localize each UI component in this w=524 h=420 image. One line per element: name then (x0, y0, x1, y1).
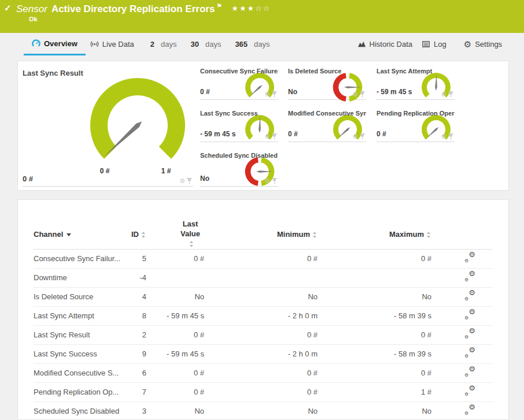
channel-minimum: 0 # (204, 388, 318, 396)
gauge-tile: Last Sync Attempt- 59 m 45 s⚙ (377, 65, 455, 100)
channel-last-value: 0 # (146, 254, 204, 263)
channel-id: 6 (120, 369, 146, 377)
channel-last-value: 0 # (146, 369, 204, 377)
pin-icon[interactable] (272, 178, 277, 184)
pin-icon[interactable] (360, 133, 365, 140)
channel-last-value: - 59 m 45 s (146, 311, 204, 320)
gear-icon[interactable]: ⚙ (352, 91, 358, 98)
gauge-title: Last Sync Attempt (377, 68, 455, 75)
gauge-icon (32, 39, 40, 48)
channel-maximum: 1 # (318, 388, 431, 396)
tab-label: Settings (475, 40, 502, 49)
gauge-title: Last Sync Success (200, 110, 278, 117)
gauge-title: Is Deleted Source (288, 68, 366, 75)
tab-overview[interactable]: Overview (24, 33, 86, 55)
channel-name[interactable]: Downtime (34, 273, 120, 282)
gauge-max-label: 1 # (153, 167, 179, 175)
channel-id: 4 (120, 292, 146, 301)
channel-id: 5 (120, 254, 146, 263)
gear-small-icon: ⚙ (464, 335, 468, 340)
gear-icon: ⚙ (468, 289, 475, 296)
priority-stars[interactable]: ★★★☆☆ (231, 4, 271, 13)
table-row: Scheduled Sync Disabled3NoNoNo⚙⚙ (34, 402, 493, 420)
tab-log[interactable]: Log (422, 33, 446, 55)
gear-icon[interactable]: ⚙ (264, 133, 270, 140)
tab-live-data[interactable]: Live Data (83, 33, 141, 55)
channel-minimum: - 2 h 0 m (204, 350, 318, 358)
gear-icon[interactable]: ⚙ (441, 91, 446, 98)
channel-name[interactable]: Modified Consecutive S... (34, 369, 120, 377)
tab-number: 30 (190, 40, 198, 49)
flag-icon[interactable]: ⚑ (216, 2, 222, 9)
pin-icon[interactable] (448, 133, 453, 140)
channel-settings-icon[interactable]: ⚙⚙ (465, 310, 475, 319)
channel-name[interactable]: Consecutive Sync Failur... (34, 254, 120, 263)
table-row: Last Sync Result20 #0 #0 #⚙⚙ (34, 326, 493, 345)
sensor-header: ✓ SensorActive Directory Replication Err… (0, 0, 524, 33)
channel-name[interactable]: Is Deleted Source (34, 292, 120, 301)
pin-icon[interactable] (272, 91, 277, 98)
channel-settings-icon[interactable]: ⚙⚙ (465, 367, 475, 377)
channel-name[interactable]: Last Sync Success (34, 350, 120, 358)
table-row: Is Deleted Source4NoNoNo⚙⚙ (34, 288, 493, 307)
pin-icon[interactable] (187, 178, 192, 184)
gear-icon[interactable]: ⚙ (179, 178, 185, 184)
column-header-channel[interactable]: Channel (34, 230, 120, 239)
gear-icon[interactable]: ⚙ (441, 133, 446, 140)
tab-label: Log (434, 40, 446, 49)
gear-small-icon: ⚙ (464, 316, 468, 321)
channel-name[interactable]: Last Sync Result (34, 330, 120, 339)
channel-last-value: No (146, 292, 204, 301)
tab-365-days[interactable]: 365days (231, 33, 273, 55)
tab-settings[interactable]: ⚙ Settings (464, 33, 502, 55)
status-badge: Ok (29, 16, 38, 23)
sort-icon (141, 232, 146, 238)
gauge-tile: Is Deleted SourceNo⚙ (288, 65, 366, 100)
log-icon (422, 40, 430, 49)
tab-label: days (205, 40, 221, 49)
pin-icon[interactable] (360, 91, 365, 98)
channel-settings-icon[interactable]: ⚙⚙ (465, 386, 475, 396)
tab-historic-data[interactable]: Historic Data (357, 33, 412, 55)
column-header-minimum[interactable]: Minimum (204, 230, 318, 239)
gauge-value: 0 # (200, 88, 210, 96)
gear-icon: ⚙ (468, 365, 475, 373)
channel-name[interactable]: Last Sync Attempt (34, 311, 120, 320)
tab-2-days[interactable]: 2days (147, 33, 180, 55)
column-header-id[interactable]: ID (120, 230, 146, 239)
channel-settings-icon[interactable]: ⚙⚙ (465, 291, 475, 300)
table-row: Pending Replication Op...70 #0 #1 #⚙⚙ (34, 383, 493, 402)
gear-icon[interactable]: ⚙ (352, 133, 358, 140)
channel-settings-icon[interactable]: ⚙⚙ (465, 348, 475, 358)
sort-icon (189, 241, 194, 247)
sensor-kind-label: Sensor (16, 3, 47, 14)
gear-icon[interactable]: ⚙ (264, 178, 270, 184)
channel-settings-icon[interactable]: ⚙⚙ (465, 329, 475, 339)
sort-desc-icon (67, 233, 71, 236)
channel-last-value: - 59 m 45 s (146, 350, 204, 358)
channel-maximum: - 58 m 39 s (318, 350, 431, 358)
channel-maximum: - 58 m 39 s (318, 311, 431, 320)
channel-name[interactable]: Pending Replication Op... (34, 388, 120, 396)
channel-id: 8 (120, 311, 146, 320)
gear-small-icon: ⚙ (464, 373, 468, 378)
column-header-last-value[interactable]: Last Value (146, 220, 204, 249)
channel-name[interactable]: Scheduled Sync Disabled (34, 407, 120, 415)
gear-icon[interactable]: ⚙ (264, 91, 270, 98)
channel-settings-icon[interactable]: ⚙⚙ (465, 406, 475, 415)
column-label: Last Value (180, 220, 200, 238)
column-header-maximum[interactable]: Maximum (318, 230, 431, 239)
channel-settings-icon[interactable]: ⚙⚙ (465, 272, 475, 281)
gear-small-icon: ⚙ (464, 297, 468, 302)
gauge-tile: Pending Replication Operatio...0 #⚙ (377, 107, 455, 142)
tab-30-days[interactable]: 30days (187, 33, 224, 55)
gauge-needle (338, 127, 350, 138)
channel-settings-icon[interactable]: ⚙⚙ (465, 253, 475, 262)
page-title: Active Directory Replication Errors (51, 3, 215, 14)
status-check-icon: ✓ (4, 3, 12, 13)
pin-icon[interactable] (448, 91, 453, 98)
gear-icon: ⚙ (468, 403, 475, 411)
gauge-min-label: 0 # (92, 167, 117, 175)
tab-label: days (254, 40, 270, 49)
pin-icon[interactable] (272, 133, 277, 140)
